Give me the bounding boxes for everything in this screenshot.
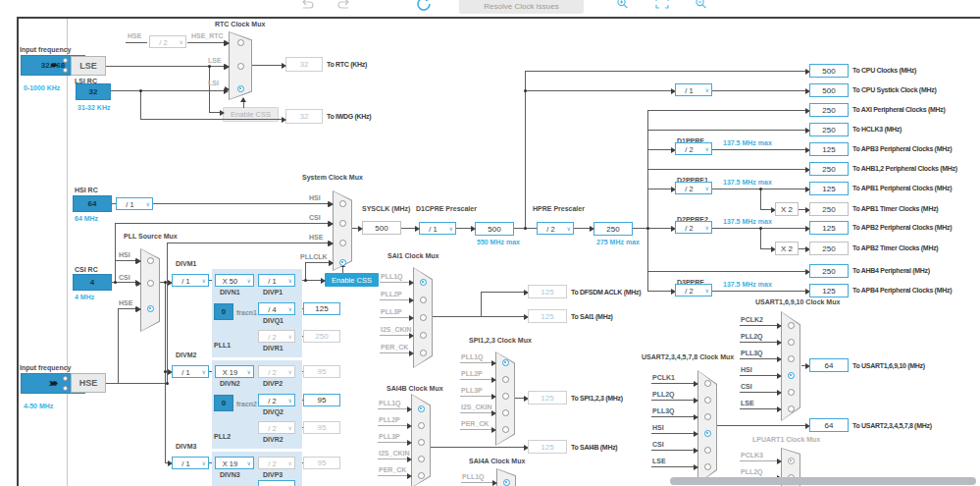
spi123-clock-mux-radio-pll2p[interactable] — [502, 376, 509, 383]
clock-output-value[interactable]: 250 — [809, 264, 849, 278]
divp2-output-value[interactable]: 95 — [303, 365, 340, 378]
to-rtc-value[interactable]: 32 — [285, 57, 323, 72]
d1cpre-output-value[interactable]: 500 — [475, 222, 514, 236]
divq1-output-value[interactable]: 125 — [303, 302, 340, 315]
resolve-clock-issues-button[interactable]: Resolve Clock Issues — [459, 0, 584, 14]
redo-icon[interactable] — [336, 0, 352, 11]
fit-screen-icon[interactable] — [655, 0, 669, 10]
sai4b-clock-mux-radio-i2s_ckin[interactable] — [418, 456, 425, 462]
divq2-output-value[interactable]: 95 — [303, 394, 340, 406]
rtc-clock-mux-radio-lse[interactable] — [237, 63, 244, 70]
divp1-dropdown[interactable]: / 1∨ — [258, 274, 295, 287]
usart16910-clock-mux-radio-hsi[interactable] — [788, 372, 795, 379]
divn3-dropdown[interactable]: X 19∨ — [215, 457, 254, 469]
divn2-dropdown[interactable]: X 19∨ — [215, 365, 254, 378]
pll-source-mux-radio-hsi[interactable] — [147, 257, 154, 264]
undo-icon[interactable] — [299, 0, 315, 11]
clock-output-value[interactable]: 250 — [809, 123, 849, 136]
usart2345678-clock-mux-radio-pll3q[interactable] — [704, 413, 711, 420]
divq3-dropdown-partial[interactable]: ∨ — [258, 480, 295, 486]
prescaler-dropdown-row-4[interactable]: / 2∨ — [675, 142, 712, 155]
usart2345678-clock-mux-radio-lse[interactable] — [704, 463, 711, 470]
prescaler-dropdown-row-8[interactable]: / 2∨ — [675, 221, 712, 234]
divm3-dropdown[interactable]: / 1∨ — [172, 457, 209, 469]
sai4b-clock-mux-output-value[interactable]: 125 — [528, 440, 567, 454]
hsi-rc-value[interactable]: 64 — [73, 195, 112, 212]
sai1-clock-mux-output-value[interactable]: 125 — [528, 285, 567, 298]
pll-source-mux-radio-hse[interactable] — [147, 305, 154, 312]
sai4a-clock-mux-radio-pll1q[interactable] — [503, 479, 510, 486]
prescaler-dropdown-row-1[interactable]: / 1∨ — [675, 83, 712, 96]
sai1-clock-mux-output-value[interactable]: 125 — [528, 309, 567, 323]
hpre-dropdown[interactable]: / 2∨ — [537, 222, 574, 235]
sai4b-clock-mux-radio-pll3p[interactable] — [418, 439, 425, 446]
divr2-output-value[interactable]: 95 — [303, 421, 340, 434]
spi123-clock-mux-radio-pll1q[interactable] — [502, 359, 509, 366]
clock-output-value[interactable]: 125 — [809, 182, 849, 195]
rtc-clock-mux-radio-lsi[interactable] — [237, 85, 244, 92]
system-clock-mux-radio-csi[interactable] — [339, 220, 346, 227]
lpuart1-clock-mux-radio-pclk3[interactable] — [788, 458, 795, 464]
divr1-output-value[interactable]: 250 — [303, 330, 340, 343]
fracn2-value[interactable]: 0 — [214, 395, 233, 411]
divm1-dropdown[interactable]: / 1∨ — [172, 274, 209, 287]
fracn1-value[interactable]: 0 — [214, 303, 233, 320]
sai1-clock-mux-radio-per_ck[interactable] — [420, 350, 427, 356]
rtc-clock-mux-radio-0[interactable] — [237, 39, 244, 46]
sai1-clock-mux-radio-pll3p[interactable] — [420, 314, 427, 321]
divp3-output-value[interactable]: 95 — [303, 457, 340, 469]
spi123-clock-mux-output-value[interactable]: 125 — [528, 391, 567, 405]
clock-output-value[interactable]: 250 — [809, 103, 849, 117]
usart16910-clock-mux-radio-pll2q[interactable] — [788, 339, 795, 346]
system-clock-mux-radio-pllclk[interactable] — [339, 259, 346, 266]
to-iwdg-value[interactable]: 32 — [285, 109, 323, 124]
sai1-clock-mux-radio-pll1q[interactable] — [420, 279, 427, 286]
usart2345678-clock-mux-radio-pll2q[interactable] — [704, 397, 711, 404]
divp3-dropdown[interactable]: / 2∨ — [258, 457, 295, 469]
clock-output-value[interactable]: 125 — [809, 284, 849, 297]
usart16910-clock-mux-radio-pclk2[interactable] — [788, 322, 795, 329]
spi123-clock-mux-radio-i2s_ckin[interactable] — [502, 409, 509, 416]
divq1-dropdown[interactable]: / 4∨ — [258, 302, 295, 315]
hse-rtc-prescaler-dropdown[interactable]: / 2∨ — [149, 35, 186, 48]
system-clock-mux-radio-hse[interactable] — [339, 240, 346, 246]
sai4b-clock-mux-radio-per_ck[interactable] — [418, 472, 425, 479]
usart16910-clock-mux-output-value[interactable]: 64 — [809, 358, 849, 372]
usart16910-clock-mux-radio-pll3q[interactable] — [788, 355, 795, 362]
horizontal-scrollbar[interactable] — [670, 477, 976, 485]
divq2-dropdown[interactable]: / 2∨ — [258, 394, 295, 406]
clock-output-value[interactable]: 125 — [809, 142, 849, 156]
clock-output-value[interactable]: 500 — [809, 64, 849, 78]
clock-output-value[interactable]: 250 — [809, 202, 849, 216]
usart2345678-clock-mux-radio-pclk1[interactable] — [704, 380, 711, 387]
divr2-dropdown[interactable]: / 2∨ — [258, 421, 295, 434]
csi-rc-value[interactable]: 4 — [73, 274, 112, 291]
pll-source-mux-radio-csi[interactable] — [147, 280, 154, 287]
prescaler-dropdown-row-6[interactable]: / 2∨ — [675, 182, 712, 194]
sai1-clock-mux-radio-i2s_ckin[interactable] — [420, 332, 427, 339]
spi123-clock-mux-radio-per_ck[interactable] — [502, 426, 509, 433]
usart2345678-clock-mux-radio-hsi[interactable] — [704, 430, 711, 437]
zoom-in-icon[interactable] — [616, 0, 630, 10]
prescaler-dropdown-row-11[interactable]: / 2∨ — [675, 284, 712, 297]
zoom-out-icon[interactable] — [695, 0, 708, 10]
usart2345678-clock-mux-output-value[interactable]: 64 — [809, 418, 849, 432]
system-clock-mux-radio-hsi[interactable] — [339, 200, 346, 207]
usart16910-clock-mux-radio-csi[interactable] — [788, 389, 795, 396]
clock-output-value[interactable]: 500 — [809, 83, 849, 97]
clock-output-value[interactable]: 125 — [809, 221, 849, 235]
sai1-clock-mux-radio-pll2p[interactable] — [420, 297, 427, 303]
lsi-rc-value[interactable]: 32 — [76, 83, 111, 100]
divn1-dropdown[interactable]: X 50∨ — [215, 274, 254, 287]
d1cpre-dropdown[interactable]: / 1∨ — [419, 222, 456, 235]
hse-source-box[interactable]: HSE — [71, 373, 106, 393]
divp2-dropdown[interactable]: / 2∨ — [258, 365, 295, 378]
refresh-icon[interactable] — [416, 0, 434, 12]
clock-output-value[interactable]: 250 — [809, 242, 849, 255]
sai4b-clock-mux-radio-pll2p[interactable] — [418, 422, 425, 429]
spi123-clock-mux-radio-pll3p[interactable] — [502, 393, 509, 400]
clock-output-value[interactable]: 250 — [809, 162, 849, 176]
sai4b-clock-mux-radio-pll1q[interactable] — [418, 405, 425, 412]
lse-source-box[interactable]: LSE — [71, 56, 106, 76]
hpre-output-value[interactable]: 250 — [593, 222, 633, 236]
